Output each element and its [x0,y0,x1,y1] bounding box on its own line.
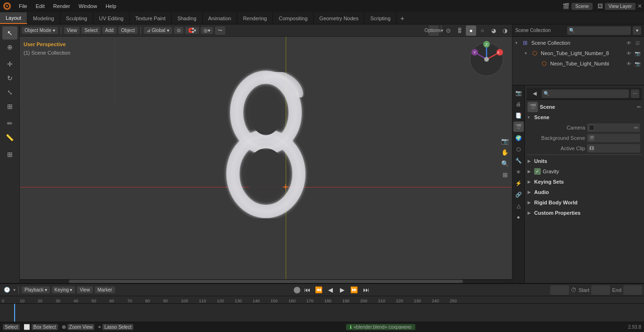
scene-sub-header[interactable]: ▾ Scene [527,112,642,122]
tool-cursor[interactable]: ⊕ [2,40,17,54]
tab-animation[interactable]: Animation [203,12,238,24]
keying-sets-section[interactable]: ▶ Keying Sets [527,177,642,187]
gizmo-toggle[interactable]: 🎛 [454,25,465,36]
bg-scene-value[interactable]: 🎬 [587,134,640,142]
playback-menu-button[interactable]: Playback ▾ [22,286,50,293]
tab-sculpting[interactable]: Sculpting [60,12,93,24]
view-layer-selector[interactable]: View Layer [605,3,636,10]
fps-icon[interactable]: ⏱ [571,287,577,293]
timeline-mode-arrow[interactable]: ▾ [13,287,16,292]
timeline-mode-icon[interactable]: 🕐 [2,285,12,295]
skip-start-button[interactable]: ⏮ [302,285,312,295]
keying-menu-button[interactable]: Keying ▾ [52,286,75,293]
pivot-button[interactable]: ⊙ [174,27,183,34]
view-menu-tl-button[interactable]: View [77,286,93,293]
shading-solid[interactable]: ● [466,25,476,36]
restrict-viewport-icon-2[interactable]: 👁 [625,60,633,67]
props-material-icon[interactable]: ● [513,212,524,222]
visibility-icon[interactable]: 👁 [625,39,633,47]
tab-layout[interactable]: Layout [0,12,27,24]
shading-material[interactable]: ○ [477,25,487,36]
restrict-viewport-icon[interactable]: 👁 [625,49,633,57]
collection-icon[interactable]: ⊞ [500,170,510,180]
current-frame-input[interactable]: 1 [550,285,569,295]
restrict-render-icon-2[interactable]: 📷 [634,60,641,67]
object-menu-button[interactable]: Object [118,27,138,34]
tool-move[interactable]: ✛ [2,57,17,71]
proportional-button[interactable]: ◎▾ [201,27,213,34]
outliner-search[interactable] [567,26,631,35]
add-menu-button[interactable]: Add [102,27,116,34]
tab-add-button[interactable]: + [396,13,408,24]
frame-start-input[interactable]: 1 [591,285,610,295]
snap-button[interactable]: 🧲▾ [185,27,199,34]
props-constraints-icon[interactable]: 🔗 [513,189,524,200]
timeline-ruler[interactable]: 0 10 20 30 40 50 60 70 80 90 100 110 120… [0,296,644,304]
props-render-icon[interactable]: 📷 [513,88,524,98]
camera-eyedropper-icon[interactable]: ✏ [634,125,638,131]
transform-orientation-button[interactable]: ⊿ Global ▾ [144,27,172,34]
props-scene-icon[interactable]: 🎬 [513,121,524,132]
falloff-button[interactable]: 〜 [215,26,225,35]
audio-section[interactable]: ▶ Audio [527,187,642,197]
record-button[interactable] [294,287,300,293]
tab-modeling[interactable]: Modeling [27,12,60,24]
scene-section-pencil[interactable]: ✏ [637,104,641,110]
active-clip-value[interactable]: 🎞 [587,144,640,153]
frame-end-input[interactable]: 250 [623,285,642,295]
overlay-toggle[interactable]: ⊙ [443,25,454,36]
props-world-icon[interactable]: 🌍 [513,133,524,143]
props-data-icon[interactable]: △ [513,201,524,211]
shading-eevee[interactable]: ◑ [500,25,510,36]
tool-add[interactable]: ⊞ [2,148,17,161]
rigid-body-section[interactable]: ▶ Rigid Body World [527,197,642,208]
props-physics-icon[interactable]: ⚡ [513,178,524,188]
viewport-scrollbar-h[interactable] [20,279,512,283]
skip-end-button[interactable]: ⏭ [361,285,371,295]
tool-rotate[interactable]: ↻ [2,72,17,85]
props-viewlayer-icon[interactable]: 📑 [513,110,524,121]
camera-view-button[interactable]: 📷 [500,136,510,146]
tab-geometry-nodes[interactable]: Geometry Nodes [314,12,364,24]
units-section[interactable]: ▶ Units [527,156,642,166]
menu-file[interactable]: File [15,2,31,10]
camera-value[interactable]: ✏ [587,123,640,132]
props-options-button[interactable]: ⋯ [631,89,639,98]
next-frame-button[interactable]: ⏩ [349,285,359,295]
options-button[interactable]: Options▾ [429,25,439,36]
tab-scripting[interactable]: Scripting [364,12,396,24]
tab-compositing[interactable]: Compositing [273,12,314,24]
menu-render[interactable]: Render [50,2,74,10]
gravity-checkbox[interactable]: ✓ [534,168,541,175]
props-object-icon[interactable]: ⬡ [513,144,524,154]
timeline-track[interactable] [0,304,644,322]
tool-annotate[interactable]: ✏ [2,117,17,130]
menu-help[interactable]: Help [102,2,120,10]
play-reverse-button[interactable]: ◀ [325,285,336,295]
restrict-render-icon[interactable]: 📷 [634,49,641,57]
outliner-item-2[interactable]: ⬡ Neon_Tube_Light_Numbi 👁 📷 [512,58,644,69]
scene-selector[interactable]: Scene [571,3,592,10]
hand-pan-button[interactable]: ✋ [500,147,510,158]
tab-texture-paint[interactable]: Texture Paint [130,12,172,24]
tool-transform[interactable]: ⊞ [2,100,17,113]
tab-uv-editing[interactable]: UV Editing [93,12,130,24]
props-output-icon[interactable]: 🖨 [513,99,524,109]
prev-frame-button[interactable]: ⏪ [314,285,324,295]
menu-window[interactable]: Window [75,2,101,10]
props-particles-icon[interactable]: ✳ [513,167,524,177]
shading-rendered[interactable]: ◕ [488,25,499,36]
menu-edit[interactable]: Edit [32,2,49,10]
props-nav-back[interactable]: ◀ [529,89,540,99]
viewport-canvas[interactable]: User Perspective (1) Scene Collection X … [20,37,512,279]
tool-select[interactable]: ↖ [2,26,17,40]
gravity-section[interactable]: ▶ ✓ Gravity [527,166,642,177]
view-menu-button[interactable]: View [64,27,80,34]
select-menu-button[interactable]: Select [82,27,100,34]
object-mode-button[interactable]: Object Mode ▾ [22,27,58,34]
props-search-input[interactable] [542,89,629,98]
props-modifier-icon[interactable]: 🔧 [513,155,524,166]
custom-props-section[interactable]: ▶ Custom Properties [527,208,642,218]
zoom-in-button[interactable]: 🔍 [500,159,510,169]
tool-scale[interactable]: ⤡ [2,86,17,99]
